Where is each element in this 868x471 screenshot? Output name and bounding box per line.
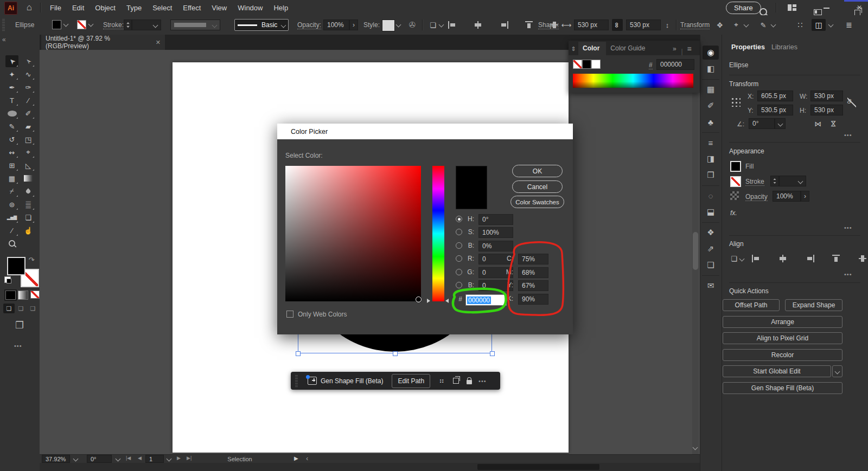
stroke-panel-icon[interactable]: ≡: [703, 136, 719, 150]
color-spectrum-bar[interactable]: [573, 74, 693, 88]
zoom-tool[interactable]: [5, 237, 18, 249]
color-swatches-button[interactable]: Color Swatches: [510, 196, 564, 208]
brushes-panel-icon[interactable]: ✐: [703, 99, 719, 113]
hex-field[interactable]: 000000: [656, 59, 694, 70]
s-field[interactable]: 100%: [478, 227, 513, 238]
h-field[interactable]: 530 px: [810, 105, 843, 115]
style-chevron-icon[interactable]: [396, 22, 401, 28]
lasso-tool[interactable]: ∿: [22, 68, 35, 80]
constrain-proportions-unlinked-icon[interactable]: 8: [847, 98, 856, 107]
last-artboard-icon[interactable]: ▶|: [187, 455, 192, 461]
gradient-panel-icon[interactable]: ◧: [703, 62, 719, 76]
fx-button[interactable]: fx.: [730, 209, 737, 217]
style-swatch[interactable]: [382, 20, 395, 31]
arrange-button[interactable]: Arrange: [723, 316, 843, 328]
align-top-icon[interactable]: [832, 255, 841, 262]
graphic-styles-panel-icon[interactable]: ❒: [703, 168, 719, 182]
menu-object[interactable]: Object: [90, 4, 121, 12]
export-panel-icon[interactable]: ⇗: [703, 242, 719, 256]
appearance-stroke-swatch[interactable]: [730, 176, 741, 187]
menu-window[interactable]: Window: [232, 4, 268, 12]
symbol-sprayer-tool[interactable]: ▒: [22, 198, 35, 210]
angle-field[interactable]: 0°: [749, 118, 775, 129]
tab-color[interactable]: Color: [578, 42, 606, 55]
pathfinder-panel-icon[interactable]: ⬓: [703, 205, 719, 219]
shape-width-field[interactable]: 530 px: [574, 20, 609, 30]
document-setup-chevron-icon[interactable]: [439, 22, 444, 28]
taskbar-more-icon[interactable]: •••: [478, 378, 487, 384]
menu-edit[interactable]: Edit: [67, 4, 90, 12]
saturation-brightness-field[interactable]: [285, 166, 421, 301]
stroke-chevron-icon[interactable]: [88, 22, 94, 27]
opacity-field[interactable]: 100%: [323, 20, 349, 30]
properties-toggle-icon[interactable]: ◫: [812, 19, 826, 31]
selection-handle-bottom-center[interactable]: [393, 351, 398, 356]
artboard-tool[interactable]: ❏: [22, 211, 35, 223]
align-left-icon[interactable]: [448, 21, 457, 29]
opacity-options-icon[interactable]: ›: [801, 191, 809, 202]
b2-radio[interactable]: [456, 282, 462, 288]
transform-label[interactable]: Transform: [680, 21, 710, 29]
none-mode-button[interactable]: [30, 291, 40, 299]
cancel-button[interactable]: Cancel: [512, 180, 563, 193]
selection-handle-bottom-right[interactable]: [490, 351, 495, 356]
screen-mode-icon[interactable]: ❐: [12, 319, 27, 332]
close-button[interactable]: ✕: [855, 3, 864, 12]
horizontal-scrollbar[interactable]: [40, 463, 700, 471]
w-field[interactable]: 530 px: [810, 91, 843, 101]
toolbar-more-icon[interactable]: •••: [14, 343, 22, 349]
reshape-icon[interactable]: ✎: [758, 20, 768, 30]
home-icon[interactable]: ⌂: [23, 1, 36, 14]
edit-path-button[interactable]: Edit Path: [392, 374, 430, 388]
align-center-horizontal-icon[interactable]: [778, 255, 787, 262]
stroke-profile-dropdown[interactable]: [170, 20, 220, 30]
draw-behind-icon[interactable]: ❏: [15, 304, 27, 313]
recolor-button[interactable]: Recolor: [723, 349, 843, 361]
first-artboard-icon[interactable]: |◀: [126, 455, 131, 461]
recolor-artwork-icon[interactable]: ✇: [407, 20, 418, 30]
fill-color-swatch[interactable]: [52, 20, 61, 29]
scale-tool[interactable]: ◳: [22, 133, 35, 145]
properties-toggle-chevron-icon[interactable]: [828, 22, 834, 28]
c-field[interactable]: 75%: [518, 254, 548, 264]
panel-grip[interactable]: [2, 19, 5, 31]
opacity-label[interactable]: Opacity:: [297, 21, 321, 29]
arrange-documents-icon[interactable]: [788, 4, 796, 11]
artboard-number-field[interactable]: 1: [145, 455, 164, 463]
y-field[interactable]: 67%: [518, 280, 548, 291]
reshape-chevron-icon[interactable]: [771, 22, 776, 28]
shape-height-field[interactable]: 530 px: [626, 20, 661, 30]
s-radio[interactable]: [456, 229, 462, 235]
hand-tool[interactable]: ☝: [22, 224, 35, 236]
dialog-title-bar[interactable]: Color Picker: [277, 124, 573, 139]
magic-wand-tool[interactable]: ✦: [5, 68, 18, 80]
swap-fill-stroke-icon[interactable]: ↷: [27, 256, 36, 263]
default-fill-stroke-icon[interactable]: [4, 276, 11, 283]
opacity-label[interactable]: Opacity: [745, 193, 768, 201]
k-field[interactable]: 90%: [518, 294, 548, 305]
selection-handle-bottom-left[interactable]: [296, 351, 301, 356]
shaper-tool[interactable]: ✎: [5, 120, 18, 132]
eraser-tool[interactable]: ▰: [22, 120, 35, 132]
stroke-label[interactable]: Stroke: [745, 178, 764, 186]
direct-selection-tool[interactable]: ➢: [22, 55, 35, 67]
collapse-tools-icon[interactable]: «: [2, 36, 6, 43]
opacity-options-button[interactable]: ›: [349, 20, 358, 30]
eyedropper-tool[interactable]: [22, 185, 35, 197]
flip-vertical-icon[interactable]: ⋈: [828, 118, 839, 129]
free-transform-tool[interactable]: ⌖: [22, 146, 35, 158]
start-global-edit-button[interactable]: Start Global Edit: [723, 365, 831, 377]
perspective-grid-tool[interactable]: ◺: [22, 159, 35, 171]
stroke-width-dropdown[interactable]: [779, 176, 806, 186]
knife-tool[interactable]: ∕: [5, 224, 18, 236]
shape-label[interactable]: Shape:: [538, 21, 559, 29]
ellipse-tool[interactable]: [5, 107, 18, 119]
tab-color-guide[interactable]: Color Guide: [606, 42, 652, 55]
menu-help[interactable]: Help: [268, 4, 293, 12]
h-radio[interactable]: [456, 216, 462, 222]
color-none-swatch[interactable]: [573, 60, 582, 69]
align-to-pixel-grid-button[interactable]: Align to Pixel Grid: [723, 332, 843, 344]
expand-panel-icon[interactable]: »: [668, 42, 681, 55]
lock-icon[interactable]: [467, 380, 472, 384]
panel-menu-icon[interactable]: ≡: [683, 42, 696, 55]
